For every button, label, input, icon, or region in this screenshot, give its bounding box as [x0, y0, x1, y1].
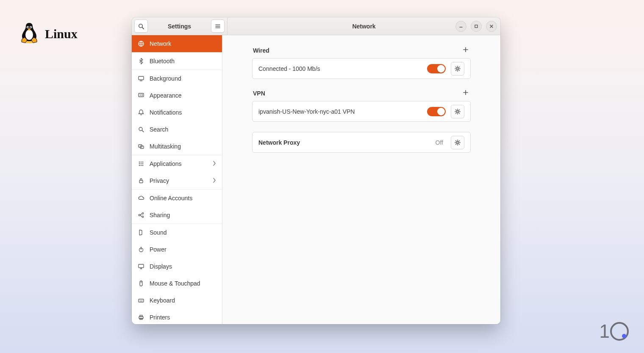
sidebar-item-label: Printers [150, 314, 170, 321]
svg-rect-42 [139, 264, 144, 268]
network-proxy-label: Network Proxy [258, 139, 430, 146]
sidebar-item-label: Sharing [150, 212, 170, 219]
vpn-section: VPN ipvanish-US-New-York-nyc-a01 VPN [252, 89, 471, 122]
sidebar-item-power[interactable]: Power [132, 241, 222, 258]
wired-connection-status: Connected - 1000 Mb/s [258, 65, 422, 72]
svg-point-55 [457, 67, 458, 69]
svg-rect-16 [139, 76, 144, 80]
svg-point-33 [142, 165, 144, 166]
maximize-icon [474, 24, 478, 28]
sidebar-item-notifications[interactable]: Notifications [132, 104, 222, 121]
power-icon [138, 246, 144, 253]
sidebar-item-label: Displays [150, 263, 172, 270]
sidebar-item-label: Applications [150, 160, 182, 167]
wired-section-title: Wired [253, 47, 269, 54]
sidebar-item-sound[interactable]: Sound [132, 224, 222, 241]
svg-rect-12 [475, 25, 477, 28]
plus-icon [463, 47, 469, 54]
search-icon [138, 126, 144, 133]
network-settings-content: Wired Connected - 1000 Mb/s [222, 35, 500, 324]
sidebar-item-sharing[interactable]: Sharing [132, 207, 222, 224]
vpn-section-title: VPN [253, 90, 265, 97]
sound-icon [138, 229, 144, 236]
svg-point-35 [139, 214, 140, 216]
svg-point-1 [25, 30, 33, 40]
sidebar-item-label: Appearance [150, 92, 182, 99]
sidebar-title: Settings [150, 23, 208, 30]
sidebar-item-multitasking[interactable]: Multitasking [132, 138, 222, 155]
svg-rect-20 [142, 94, 143, 96]
svg-point-36 [142, 213, 144, 214]
window-minimize-button[interactable] [455, 21, 466, 32]
vpn-connection-settings-button[interactable] [451, 105, 464, 118]
gear-icon [454, 108, 461, 115]
close-icon [489, 24, 494, 28]
vpn-connection-row[interactable]: ipvanish-US-New-York-nyc-a01 VPN [253, 101, 470, 121]
network-proxy-row[interactable]: Network Proxy Off [253, 132, 470, 152]
sidebar-item-label: Search [150, 126, 168, 133]
display-icon [138, 75, 144, 82]
os-brand: Linux [19, 22, 78, 46]
sidebar-item-label: Network [150, 40, 171, 47]
sidebar-item-privacy[interactable]: Privacy [132, 172, 222, 189]
mouse-icon [138, 280, 144, 287]
svg-point-27 [142, 162, 144, 163]
page-title: Network [352, 23, 375, 30]
svg-point-25 [139, 162, 140, 163]
sidebar-item-label: Notifications [150, 109, 182, 116]
sidebar-item-label: Sound [150, 229, 167, 236]
cloud-icon [138, 195, 144, 202]
sidebar-item-applications[interactable]: Applications [132, 155, 222, 172]
vpn-connection-toggle[interactable] [427, 107, 446, 116]
gear-icon [454, 65, 461, 72]
svg-point-4 [28, 27, 28, 28]
window-maximize-button[interactable] [471, 21, 482, 32]
settings-sidebar: Network Bluetooth Background [132, 35, 222, 324]
minimize-icon [459, 24, 463, 28]
wired-connection-settings-button[interactable] [451, 62, 464, 76]
svg-point-37 [142, 216, 144, 218]
sidebar-item-label: Bluetooth [150, 58, 175, 64]
chevron-right-icon [213, 177, 216, 184]
add-vpn-button[interactable] [461, 89, 470, 98]
search-icon [138, 23, 144, 29]
sidebar-item-bluetooth[interactable]: Bluetooth [132, 52, 222, 70]
globe-icon [138, 40, 144, 47]
network-proxy-settings-button[interactable] [451, 136, 464, 149]
svg-rect-34 [139, 180, 143, 183]
printer-icon [138, 314, 144, 321]
sidebar-item-label: Mouse & Touchpad [150, 280, 200, 287]
window-close-button[interactable] [486, 21, 497, 32]
hamburger-icon [215, 23, 221, 29]
os-brand-label: Linux [45, 27, 78, 41]
svg-line-38 [140, 214, 142, 215]
svg-point-59 [457, 141, 458, 143]
wired-connection-toggle[interactable] [427, 64, 446, 73]
add-wired-connection-button[interactable] [461, 46, 470, 55]
svg-point-19 [140, 95, 141, 95]
svg-line-7 [142, 27, 144, 29]
sidebar-item-background[interactable]: Background [132, 70, 222, 87]
sidebar-item-printers[interactable]: Printers [132, 309, 222, 324]
sidebar-item-displays[interactable]: Displays [132, 258, 222, 275]
wired-section: Wired Connected - 1000 Mb/s [252, 46, 471, 79]
sidebar-item-network[interactable]: Network [132, 35, 222, 52]
sidebar-item-appearance[interactable]: Appearance [132, 87, 222, 104]
sidebar-item-search[interactable]: Search [132, 121, 222, 138]
sidebar-item-mouse-touchpad[interactable]: Mouse & Touchpad [132, 275, 222, 292]
svg-line-39 [140, 216, 142, 216]
sidebar-item-online-accounts[interactable]: Online Accounts [132, 189, 222, 207]
wired-connection-row[interactable]: Connected - 1000 Mb/s [253, 59, 470, 78]
svg-point-26 [141, 162, 142, 163]
bell-icon [138, 109, 144, 116]
svg-rect-18 [139, 93, 144, 97]
search-button[interactable] [134, 20, 148, 33]
settings-window: Settings Network [132, 17, 500, 324]
sidebar-item-keyboard[interactable]: Keyboard [132, 292, 222, 309]
keyboard-icon [138, 297, 144, 304]
network-proxy-status: Off [436, 139, 443, 146]
hamburger-menu-button[interactable] [211, 20, 225, 33]
multitasking-icon [138, 143, 144, 150]
sidebar-item-label: Multitasking [150, 143, 181, 150]
appearance-icon [138, 92, 144, 99]
